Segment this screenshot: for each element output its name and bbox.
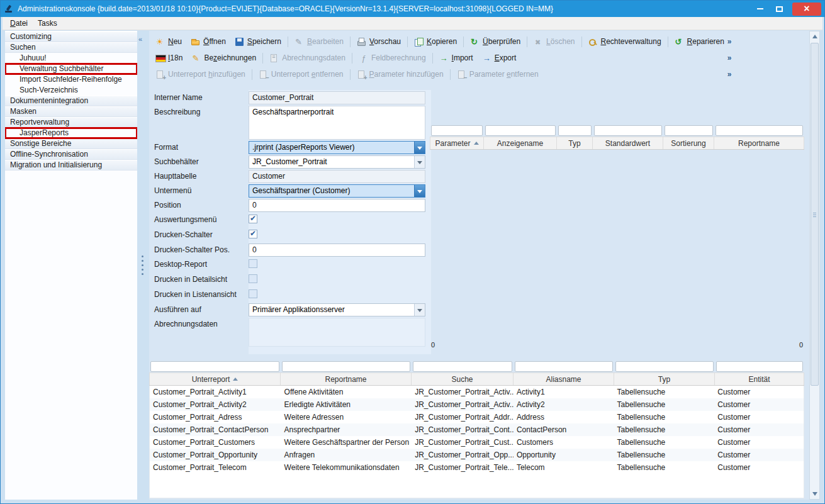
scrollbar-track[interactable] bbox=[810, 42, 819, 489]
kopieren-button[interactable]: Kopieren bbox=[410, 35, 461, 48]
field-haupttabelle[interactable]: Customer bbox=[249, 170, 425, 183]
chevron-down-icon[interactable] bbox=[414, 185, 425, 197]
scroll-down-button[interactable] bbox=[810, 489, 819, 499]
sidebar-item-masken[interactable]: Masken bbox=[5, 106, 137, 117]
import-button[interactable]: Import bbox=[435, 52, 478, 65]
column-header-typ[interactable]: Typ bbox=[614, 373, 715, 385]
column-header-unterreport[interactable]: Unterreport bbox=[149, 373, 281, 385]
field-beschreibung[interactable]: Geschäftspartnerportrait bbox=[249, 106, 425, 140]
bezeichnungen-button[interactable]: Bezeichnungen bbox=[187, 52, 261, 65]
neu-button[interactable]: Neu bbox=[151, 35, 186, 48]
sidebar-item-migration-und-initialisierung[interactable]: Migration und Initialisierung bbox=[5, 160, 137, 171]
vertical-scrollbar[interactable] bbox=[809, 31, 820, 500]
feldberechnung-button: Feldberechnung bbox=[354, 52, 430, 65]
field-auswertungsmenu[interactable] bbox=[249, 215, 257, 223]
scroll-up-button[interactable] bbox=[810, 31, 819, 42]
chevron-down-icon[interactable] bbox=[414, 304, 425, 316]
filter-input-standardwert[interactable] bbox=[594, 125, 662, 136]
filter-input-suche[interactable] bbox=[413, 361, 512, 372]
sidebar-item-sonstige-bereiche[interactable]: Sonstige Bereiche bbox=[5, 138, 137, 149]
sidebar-item-dokumentenintegration[interactable]: Dokumentenintegration bbox=[5, 96, 137, 106]
sidebar-item-customizing[interactable]: Customizing bbox=[5, 31, 137, 42]
subreport-row[interactable]: Customer_Portrait_AdressWeitere Adressen… bbox=[150, 411, 804, 423]
filter-input-typ[interactable] bbox=[615, 361, 714, 372]
toolbar-overflow-button[interactable] bbox=[724, 35, 734, 48]
toolbar-overflow-button[interactable] bbox=[724, 52, 734, 64]
cell-reportname: Offene Aktivitäten bbox=[281, 386, 412, 398]
cell-aliasname: Telecom bbox=[514, 461, 614, 474]
splitter[interactable] bbox=[137, 31, 149, 500]
column-header-aliasname[interactable]: Aliasname bbox=[514, 373, 614, 385]
parameters-count-right: 0 bbox=[799, 341, 803, 351]
column-header-sortierung[interactable]: Sortierung bbox=[663, 137, 714, 149]
subreport-row[interactable]: Customer_Portrait_CustomersWeitere Gesch… bbox=[150, 436, 804, 449]
column-header-typ[interactable]: Typ bbox=[557, 137, 593, 149]
scrollbar-thumb[interactable] bbox=[811, 43, 819, 386]
column-header-suche[interactable]: Suche bbox=[412, 373, 514, 385]
field-untermenu[interactable]: Geschäftspartner (Customer) bbox=[249, 184, 425, 198]
field-drucken-in-detailsicht[interactable] bbox=[249, 274, 257, 283]
subreport-row[interactable]: Customer_Portrait_ContactPersonAnsprechp… bbox=[150, 423, 804, 436]
chevron-down-icon[interactable] bbox=[414, 156, 425, 168]
field-interner-name[interactable]: Customer_Portrait bbox=[249, 91, 425, 104]
sidebar-item-such-verzeichnis[interactable]: Such-Verzeichnis bbox=[5, 85, 137, 96]
vorschau-button[interactable]: Vorschau bbox=[352, 35, 405, 48]
sidebar-item-offline-synchronisation[interactable]: Offline-Synchronisation bbox=[5, 149, 137, 160]
splitter-collapse-icon[interactable] bbox=[138, 36, 142, 43]
field-format[interactable]: .jrprint (JasperReports Viewer) bbox=[249, 141, 425, 154]
uberprufen-button[interactable]: Überprüfen bbox=[466, 35, 525, 48]
filter-input-sortierung[interactable] bbox=[665, 125, 713, 136]
cell-unterreport: Customer_Portrait_Activity1 bbox=[150, 386, 281, 398]
menu-item-tasks[interactable]: Tasks bbox=[33, 18, 62, 29]
i18n-button[interactable]: I18n bbox=[151, 52, 187, 65]
column-header-reportname[interactable]: Reportname bbox=[714, 137, 804, 149]
sidebar-item-reportverwaltung[interactable]: Reportverwaltung bbox=[5, 117, 137, 128]
subreport-row[interactable]: Customer_Portrait_TelecomWeitere Telekom… bbox=[150, 461, 804, 474]
toolbar-separator bbox=[432, 53, 433, 64]
filter-input-unterreport[interactable] bbox=[150, 361, 279, 372]
close-button[interactable] bbox=[792, 3, 821, 16]
subreport-row[interactable]: Customer_Portrait_Activity2Erledigte Akt… bbox=[150, 398, 804, 411]
column-header-standardwert[interactable]: Standardwert bbox=[593, 137, 663, 149]
cell-typ: Tabellensuche bbox=[614, 398, 715, 411]
maximize-button[interactable] bbox=[770, 3, 789, 15]
sidebar-item-verwaltung-suchbehalter[interactable]: Verwaltung Suchbehälter bbox=[5, 64, 137, 74]
sidebar-item-suchen[interactable]: Suchen bbox=[5, 42, 137, 53]
menu-item-datei[interactable]: Datei bbox=[5, 18, 33, 29]
minimize-button[interactable] bbox=[751, 3, 770, 15]
sidebar-item-juhuuu[interactable]: Juhuuu! bbox=[5, 53, 137, 64]
rechteverwaltung-button[interactable]: Rechteverwaltung bbox=[584, 35, 666, 48]
filter-input-aliasname[interactable] bbox=[515, 361, 613, 372]
field-label-drucken-in-detailsicht: Drucken in Detailsicht bbox=[154, 273, 249, 284]
chevron-down-icon[interactable] bbox=[414, 142, 425, 154]
field-ausfuhren-auf[interactable]: Primärer Applikationsserver bbox=[249, 303, 425, 316]
labels-icon bbox=[191, 53, 201, 63]
subreport-row[interactable]: Customer_Portrait_Activity1Offene Aktivi… bbox=[150, 386, 804, 398]
column-header-reportname[interactable]: Reportname bbox=[281, 373, 412, 385]
reparieren-button[interactable]: Reparieren bbox=[670, 35, 729, 48]
field-position[interactable]: 0 bbox=[249, 199, 425, 212]
filter-input-typ[interactable] bbox=[558, 125, 592, 136]
field-suchbehalter[interactable]: JR_Customer_Portrait bbox=[249, 155, 425, 169]
filter-input-parameter[interactable] bbox=[431, 125, 483, 136]
speichern-button[interactable]: Speichern bbox=[230, 35, 286, 48]
column-header-parameter[interactable]: Parameter bbox=[430, 137, 484, 149]
field-drucken-in-listenansicht[interactable] bbox=[249, 289, 257, 298]
filter-input-anzeigename[interactable] bbox=[485, 125, 556, 136]
subreport-row[interactable]: Customer_Portrait_OpportunityAnfragenJR_… bbox=[150, 449, 804, 461]
sidebar-item-import-suchfelder-reihenfolge[interactable]: Import Suchfelder-Reihenfolge bbox=[5, 74, 137, 85]
toolbar-button-label: Unterreport entfernen bbox=[271, 70, 344, 79]
filter-input-entitat[interactable] bbox=[716, 361, 803, 372]
toolbar-row-3: Unterreport hinzufügenUnterreport entfer… bbox=[149, 66, 734, 82]
column-header-entitat[interactable]: Entität bbox=[715, 373, 804, 385]
sidebar-item-jasperreports[interactable]: JasperReports bbox=[5, 128, 137, 138]
field-drucken-schalter-pos[interactable]: 0 bbox=[249, 244, 425, 257]
offnen-button[interactable]: Öffnen bbox=[186, 35, 230, 48]
field-desktop-report[interactable] bbox=[249, 259, 257, 268]
toolbar-overflow-button[interactable] bbox=[724, 68, 734, 81]
field-drucken-schalter[interactable] bbox=[249, 230, 257, 238]
filter-input-reportname[interactable] bbox=[282, 361, 410, 372]
export-button[interactable]: Export bbox=[478, 52, 521, 65]
filter-input-reportname[interactable] bbox=[716, 125, 803, 136]
column-header-anzeigename[interactable]: Anzeigename bbox=[484, 137, 557, 149]
